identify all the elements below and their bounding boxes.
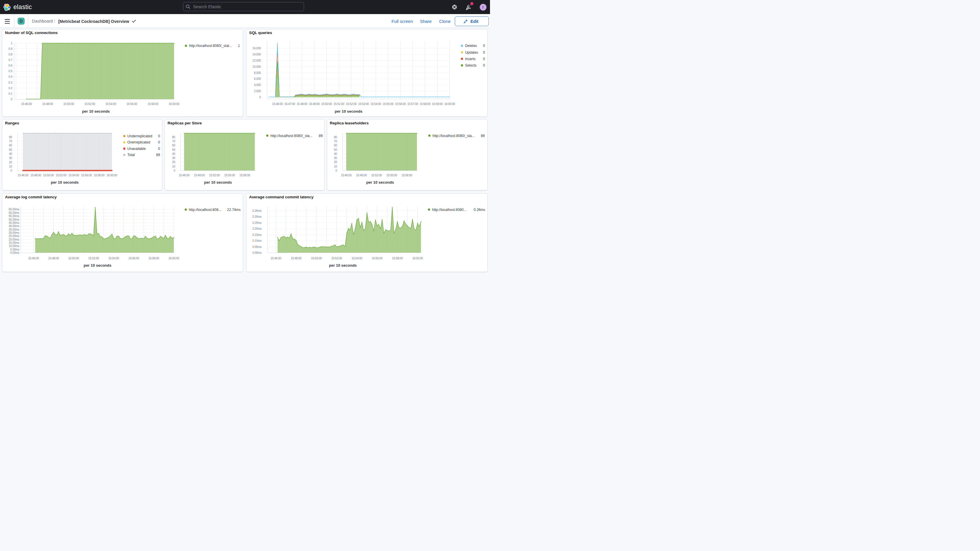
- svg-text:15:55:00: 15:55:00: [387, 174, 397, 177]
- svg-text:70: 70: [334, 140, 337, 143]
- svg-text:0.10ms: 0.10ms: [252, 239, 261, 242]
- svg-text:15:46:00: 15:46:00: [21, 102, 32, 105]
- svg-text:15:52:00: 15:52:00: [331, 256, 342, 260]
- svg-text:15:52:00: 15:52:00: [84, 102, 95, 105]
- svg-text:10,000: 10,000: [252, 65, 261, 68]
- svg-text:30: 30: [9, 156, 12, 159]
- svg-text:15:52:00: 15:52:00: [88, 256, 99, 260]
- svg-text:15:52:00: 15:52:00: [346, 102, 357, 105]
- svg-text:60: 60: [334, 144, 337, 147]
- svg-text:Overreplicated: Overreplicated: [127, 140, 150, 144]
- svg-text:15:50:00: 15:50:00: [64, 102, 74, 105]
- svg-text:0: 0: [158, 147, 160, 151]
- svg-text:15:49:00: 15:49:00: [356, 174, 367, 177]
- svg-text:15:52:00: 15:52:00: [371, 174, 382, 177]
- svg-text:0.35ms: 0.35ms: [252, 209, 261, 212]
- svg-text:15:54:00: 15:54:00: [371, 102, 382, 105]
- svg-text:50: 50: [172, 148, 175, 151]
- svg-text:0: 0: [483, 64, 485, 67]
- svg-text:15:56:00: 15:56:00: [81, 174, 92, 177]
- svg-text:20: 20: [334, 161, 337, 164]
- svg-text:80: 80: [172, 135, 175, 139]
- svg-text:0.7: 0.7: [8, 58, 13, 61]
- svg-text:15:46:00: 15:46:00: [272, 102, 283, 105]
- svg-text:15:48:00: 15:48:00: [297, 102, 307, 105]
- svg-text:0.8: 0.8: [8, 53, 13, 56]
- svg-text:0: 0: [483, 57, 485, 61]
- svg-text:10.00ms: 10.00ms: [8, 244, 19, 248]
- svg-text:15:50:00: 15:50:00: [68, 256, 79, 260]
- svg-text:6,000: 6,000: [254, 77, 261, 80]
- svg-text:40: 40: [172, 152, 175, 156]
- svg-text:0: 0: [483, 44, 485, 48]
- svg-text:0: 0: [11, 97, 13, 100]
- svg-text:50: 50: [9, 148, 12, 151]
- svg-text:14,000: 14,000: [252, 53, 261, 56]
- svg-text:15:56:00: 15:56:00: [395, 102, 406, 105]
- svg-text:0.4: 0.4: [8, 75, 13, 78]
- svg-text:80: 80: [9, 135, 12, 139]
- svg-text:0: 0: [336, 169, 337, 172]
- svg-text:70: 70: [172, 140, 175, 143]
- svg-text:15:56:00: 15:56:00: [372, 256, 383, 260]
- svg-text:15:59:00: 15:59:00: [432, 102, 443, 105]
- svg-text:8,000: 8,000: [254, 71, 261, 74]
- svg-text:15:48:00: 15:48:00: [42, 102, 53, 105]
- svg-text:15:58:00: 15:58:00: [148, 256, 159, 260]
- svg-text:15:58:00: 15:58:00: [239, 174, 250, 177]
- svg-text:30.00ms: 30.00ms: [8, 231, 19, 234]
- svg-text:Inserts: Inserts: [465, 57, 476, 61]
- svg-text:http://localhost:8080/_sta...: http://localhost:8080/_sta...: [433, 134, 474, 138]
- svg-text:0.5: 0.5: [8, 70, 13, 73]
- svg-text:per 10 seconds: per 10 seconds: [82, 109, 110, 113]
- svg-text:4,000: 4,000: [254, 83, 261, 86]
- svg-text:20.00ms: 20.00ms: [8, 238, 19, 241]
- svg-text:15:49:00: 15:49:00: [194, 174, 205, 177]
- svg-text:per 10 seconds: per 10 seconds: [329, 263, 357, 267]
- svg-text:http://localhost:8080/_stat...: http://localhost:8080/_stat...: [189, 44, 232, 48]
- svg-text:per 10 seconds: per 10 seconds: [366, 180, 394, 185]
- svg-text:15:51:00: 15:51:00: [334, 102, 344, 105]
- svg-text:15:55:00: 15:55:00: [224, 174, 235, 177]
- svg-text:5.00ms: 5.00ms: [10, 248, 19, 251]
- svg-text:15:56:00: 15:56:00: [128, 256, 139, 260]
- svg-text:0: 0: [11, 169, 12, 172]
- svg-text:15:58:00: 15:58:00: [401, 174, 412, 177]
- svg-text:Unavailable: Unavailable: [127, 147, 146, 151]
- svg-text:15.00ms: 15.00ms: [8, 241, 19, 244]
- svg-text:16:00:00: 16:00:00: [169, 256, 179, 260]
- svg-text:25.00ms: 25.00ms: [8, 234, 19, 238]
- svg-text:15:48:00: 15:48:00: [291, 256, 302, 260]
- svg-text:15:58:00: 15:58:00: [420, 102, 430, 105]
- svg-text:15:53:00: 15:53:00: [358, 102, 369, 105]
- svg-text:0.9: 0.9: [8, 47, 13, 50]
- svg-text:15:54:00: 15:54:00: [68, 174, 79, 177]
- svg-text:15:57:00: 15:57:00: [407, 102, 418, 105]
- svg-text:35.00ms: 35.00ms: [8, 228, 19, 231]
- svg-text:50.00ms: 50.00ms: [8, 218, 19, 221]
- svg-text:0.00ms: 0.00ms: [10, 251, 19, 254]
- svg-text:15:50:00: 15:50:00: [311, 256, 322, 260]
- svg-text:15:49:00: 15:49:00: [309, 102, 320, 105]
- svg-text:0.3: 0.3: [8, 81, 13, 84]
- svg-text:0.20ms: 0.20ms: [252, 227, 261, 230]
- svg-text:16,000: 16,000: [252, 47, 261, 50]
- svg-text:0.6: 0.6: [8, 64, 13, 67]
- svg-text:15:46:00: 15:46:00: [18, 174, 29, 177]
- svg-text:89: 89: [156, 153, 160, 157]
- svg-text:0: 0: [259, 96, 261, 99]
- svg-text:20: 20: [9, 161, 12, 164]
- svg-text:80: 80: [334, 135, 337, 139]
- svg-text:40: 40: [334, 152, 337, 156]
- svg-text:40.00ms: 40.00ms: [8, 225, 19, 228]
- svg-text:0: 0: [174, 169, 175, 172]
- svg-text:30: 30: [172, 156, 175, 159]
- svg-text:Total: Total: [127, 153, 135, 157]
- svg-text:0.00ms: 0.00ms: [252, 251, 261, 254]
- svg-text:15:48:00: 15:48:00: [30, 174, 41, 177]
- svg-text:22.74ms: 22.74ms: [227, 207, 240, 212]
- svg-text:60.00ms: 60.00ms: [8, 211, 19, 214]
- svg-text:Deletes: Deletes: [465, 44, 477, 48]
- svg-text:15:46:00: 15:46:00: [179, 174, 189, 177]
- svg-text:16:00:00: 16:00:00: [444, 102, 455, 105]
